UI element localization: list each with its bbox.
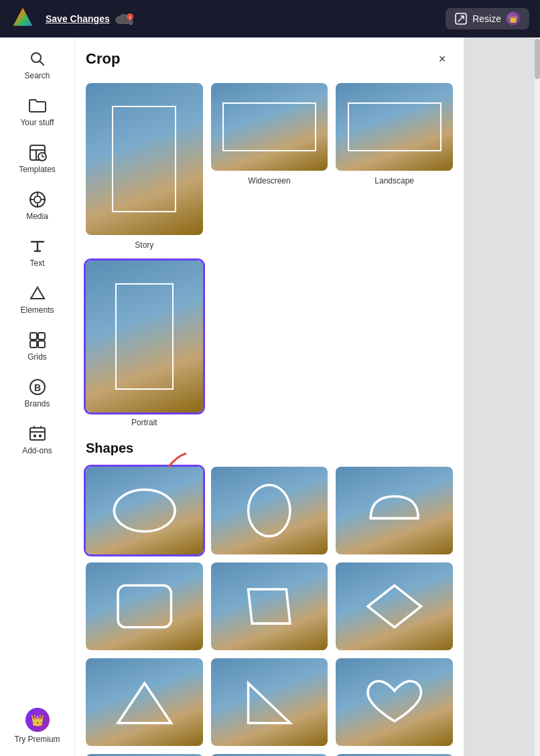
sidebar-item-search[interactable]: Search	[7, 43, 68, 87]
shape-item-rounded-rect[interactable]	[86, 562, 203, 650]
crop-preset-widescreen[interactable]: Widescreen	[211, 83, 328, 250]
sidebar-item-search-label: Search	[24, 71, 50, 80]
scrollbar-thumb[interactable]	[535, 39, 540, 79]
shape-thumb-parallelogram	[211, 562, 328, 650]
svg-marker-23	[249, 589, 290, 623]
app-logo[interactable]	[11, 5, 35, 32]
sidebar-item-brands[interactable]: B Brands	[7, 371, 68, 415]
crop-landscape-thumbnail	[336, 83, 453, 171]
sidebar-item-elements[interactable]: Elements	[7, 277, 68, 321]
svg-text:!: !	[129, 15, 131, 21]
premium-crown-icon: 👑	[507, 12, 520, 25]
crop-portrait-thumbnail	[86, 260, 203, 412]
shape-item-ellipse-tall[interactable]	[211, 467, 328, 554]
topbar: Save Changes ! Resize 👑	[0, 0, 540, 37]
crop-portrait-overlay	[115, 283, 174, 390]
text-icon	[28, 237, 47, 256]
sidebar-item-media-label: Media	[26, 212, 48, 221]
brands-icon: B	[28, 378, 47, 396]
sidebar-item-grids[interactable]: Grids	[7, 324, 68, 368]
crop-landscape-label: Landscape	[375, 176, 414, 185]
crop-widescreen-overlay	[222, 102, 316, 151]
sidebar-item-your-stuff-label: Your stuff	[20, 118, 54, 127]
svg-marker-24	[368, 585, 421, 627]
crop-story-label: Story	[135, 240, 153, 250]
canvas-area	[464, 37, 535, 756]
shape-item-triangle[interactable]	[86, 658, 203, 746]
sidebar: Search Your stuff Templates	[0, 37, 75, 756]
shape-thumb-triangle	[86, 658, 203, 746]
svg-rect-13	[38, 341, 45, 348]
shape-item-diamond[interactable]	[336, 562, 453, 650]
svg-rect-22	[118, 585, 171, 627]
svg-point-9	[34, 196, 41, 203]
shape-thumb-rounded-rect	[86, 562, 203, 650]
svg-point-20	[249, 485, 290, 536]
resize-icon	[455, 13, 467, 25]
crop-close-button[interactable]: ×	[431, 48, 453, 70]
sidebar-item-your-stuff[interactable]: Your stuff	[7, 90, 68, 134]
shape-item-heart[interactable]	[336, 658, 453, 746]
crop-landscape-overlay	[348, 102, 442, 151]
crop-story-thumbnail	[86, 83, 203, 235]
shape-item-circle-wide[interactable]	[86, 467, 203, 554]
svg-rect-18	[39, 435, 42, 437]
cloud-warning-icon: !	[115, 11, 134, 27]
sidebar-item-try-premium-label: Try Premium	[14, 735, 60, 744]
sidebar-item-text[interactable]: Text	[7, 230, 68, 275]
crop-panel-title: Crop	[86, 50, 120, 68]
sidebar-item-elements-label: Elements	[20, 305, 54, 315]
shape-thumb-half-circle	[336, 467, 453, 554]
crop-preset-portrait[interactable]: Portrait	[86, 260, 203, 427]
sidebar-item-media[interactable]: Media	[7, 183, 68, 228]
shapes-heading: Shapes	[86, 441, 453, 456]
svg-rect-10	[30, 333, 37, 339]
crop-portrait-row: Portrait	[86, 260, 453, 427]
sidebar-item-try-premium[interactable]: 👑 Try Premium	[7, 701, 68, 751]
sidebar-item-text-label: Text	[29, 258, 44, 268]
crop-preset-story[interactable]: Story	[86, 83, 203, 250]
sidebar-item-templates-label: Templates	[19, 165, 56, 174]
crop-preset-landscape[interactable]: Landscape	[336, 83, 453, 250]
grids-icon	[28, 331, 47, 350]
sidebar-item-add-ons[interactable]: Add-ons	[7, 418, 68, 462]
resize-button[interactable]: Resize 👑	[446, 8, 529, 29]
shape-thumb-diamond	[336, 562, 453, 650]
sidebar-item-templates[interactable]: Templates	[7, 137, 68, 181]
scrollbar[interactable]	[535, 37, 540, 756]
shape-thumb-heart	[336, 658, 453, 746]
templates-icon	[28, 143, 47, 162]
shape-item-half-circle[interactable]	[336, 467, 453, 554]
shape-thumb-ellipse-tall	[211, 467, 328, 554]
crop-panel: Crop × Story	[75, 37, 464, 756]
shape-item-right-triangle[interactable]	[211, 658, 328, 746]
svg-rect-16	[30, 428, 45, 440]
add-ons-icon	[28, 425, 47, 443]
crop-story-overlay	[112, 106, 176, 212]
crop-panel-header: Crop ×	[86, 48, 453, 70]
shape-thumb-right-triangle	[211, 658, 328, 746]
svg-rect-12	[30, 341, 37, 348]
try-premium-icon: 👑	[25, 708, 50, 732]
sidebar-item-add-ons-label: Add-ons	[22, 446, 52, 455]
elements-icon	[28, 284, 47, 303]
shapes-section: Shapes	[86, 441, 453, 756]
crop-presets-top: Story Widescreen	[86, 83, 453, 250]
save-changes-button[interactable]: Save Changes !	[46, 11, 134, 27]
shape-thumb-circle-wide	[86, 467, 203, 554]
sidebar-item-grids-label: Grids	[27, 352, 47, 362]
main-area: Crop × Story	[75, 37, 540, 756]
svg-marker-26	[249, 683, 290, 723]
shapes-grid-row2	[86, 562, 453, 650]
folder-icon	[28, 96, 47, 115]
search-icon	[28, 50, 47, 68]
crop-portrait-label: Portrait	[131, 418, 157, 427]
shapes-grid-row3	[86, 658, 453, 746]
main-layout: Search Your stuff Templates	[0, 0, 540, 756]
svg-rect-11	[38, 333, 45, 339]
shapes-grid-row1	[86, 467, 453, 554]
sidebar-item-brands-label: Brands	[24, 399, 50, 408]
shape-item-parallelogram[interactable]	[211, 562, 328, 650]
svg-marker-1	[13, 8, 33, 26]
svg-point-19	[114, 489, 175, 531]
